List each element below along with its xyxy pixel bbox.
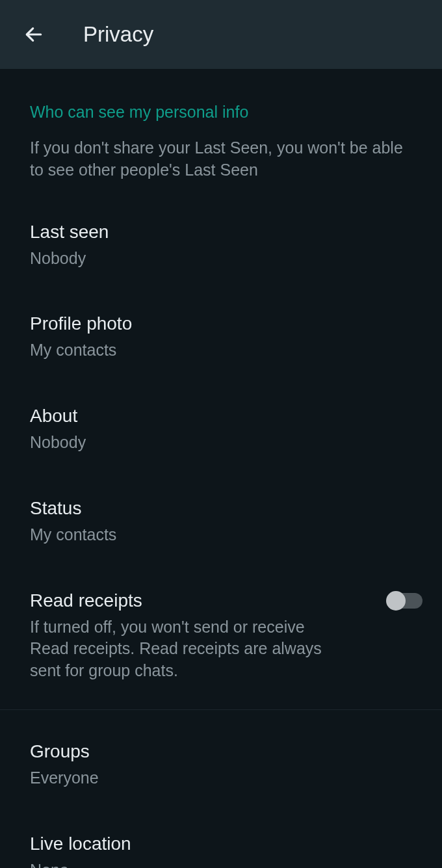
setting-label: Last seen xyxy=(30,222,412,243)
setting-read-receipts[interactable]: Read receipts If turned off, you won't s… xyxy=(0,564,442,709)
setting-last-seen[interactable]: Last seen Nobody xyxy=(0,181,442,288)
section-title: Who can see my personal info xyxy=(30,103,412,122)
back-button[interactable] xyxy=(22,23,46,46)
setting-value: Nobody xyxy=(30,248,412,270)
setting-value: Nobody xyxy=(30,432,412,454)
setting-live-location[interactable]: Live location None xyxy=(0,808,442,869)
setting-groups[interactable]: Groups Everyone xyxy=(0,710,442,808)
page-title: Privacy xyxy=(83,22,153,47)
settings-content: Who can see my personal info If you don'… xyxy=(0,69,442,868)
setting-description: If turned off, you won't send or receive… xyxy=(30,616,329,682)
app-bar: Privacy xyxy=(0,0,442,69)
setting-label: Groups xyxy=(30,741,412,762)
section-description: If you don't share your Last Seen, you w… xyxy=(30,137,412,181)
setting-value: My contacts xyxy=(30,339,412,362)
setting-label: About xyxy=(30,406,412,427)
read-receipts-toggle[interactable] xyxy=(389,593,422,609)
setting-about[interactable]: About Nobody xyxy=(0,380,442,472)
toggle-knob-icon xyxy=(386,591,406,611)
arrow-left-icon xyxy=(23,24,44,45)
setting-profile-photo[interactable]: Profile photo My contacts xyxy=(0,287,442,380)
section-intro: Who can see my personal info If you don'… xyxy=(0,69,442,181)
setting-value: My contacts xyxy=(30,524,412,546)
setting-label: Read receipts xyxy=(30,590,329,611)
setting-label: Profile photo xyxy=(30,313,412,334)
setting-label: Status xyxy=(30,498,412,519)
setting-value: None xyxy=(30,860,412,869)
setting-label: Live location xyxy=(30,834,412,854)
setting-status[interactable]: Status My contacts xyxy=(0,472,442,564)
setting-value: Everyone xyxy=(30,767,412,789)
